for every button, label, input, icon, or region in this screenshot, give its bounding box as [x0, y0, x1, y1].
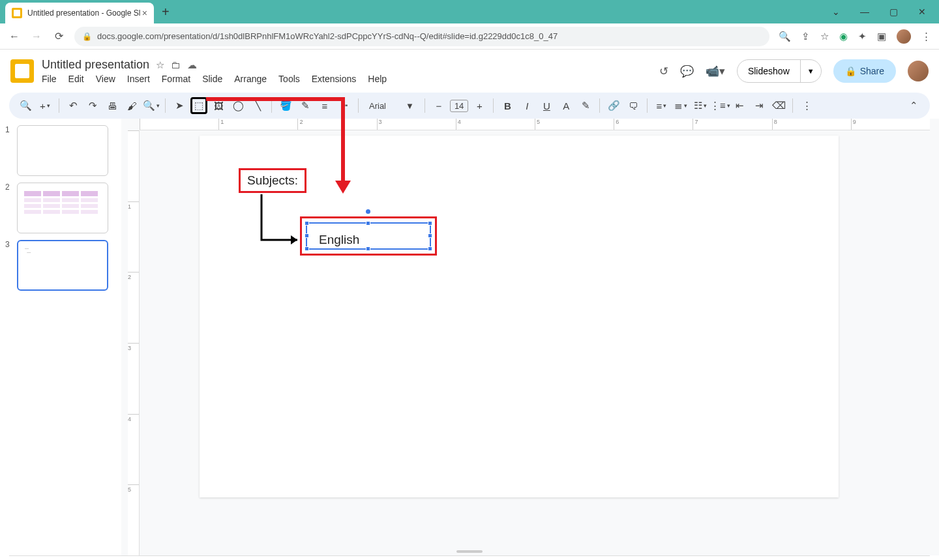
- menu-insert[interactable]: Insert: [127, 74, 150, 84]
- slideshow-dropdown-icon[interactable]: ▼: [801, 67, 821, 75]
- font-decrease-button[interactable]: −: [430, 97, 447, 114]
- meet-icon[interactable]: 📹▾: [706, 65, 725, 78]
- resize-handle-icon[interactable]: [428, 233, 432, 238]
- menu-slide[interactable]: Slide: [202, 74, 222, 84]
- app-header: Untitled presentation ☆ 🗀 ☁ File Edit Vi…: [0, 50, 939, 89]
- link-button[interactable]: 🔗: [605, 97, 622, 114]
- more-tools-icon[interactable]: ⋮: [798, 97, 815, 114]
- numbered-list-button[interactable]: ☷: [692, 97, 709, 114]
- comment-button[interactable]: 🗨: [625, 97, 642, 114]
- url-field[interactable]: 🔒 docs.google.com/presentation/d/1sh0dlB…: [74, 27, 769, 46]
- filmstrip-item[interactable]: 3 — —: [5, 240, 116, 291]
- text-color-button[interactable]: A: [558, 97, 574, 114]
- minimize-icon[interactable]: —: [858, 7, 871, 17]
- fill-color-icon[interactable]: 🪣: [277, 97, 294, 114]
- font-selector[interactable]: Arial ▼: [364, 101, 419, 111]
- menu-format[interactable]: Format: [162, 74, 190, 84]
- resize-handle-icon[interactable]: [366, 221, 370, 226]
- collapse-toolbar-icon[interactable]: ⌃: [905, 97, 922, 114]
- search-menus-icon[interactable]: 🔍: [17, 97, 34, 114]
- undo-button[interactable]: ↶: [65, 97, 82, 114]
- menu-extensions[interactable]: Extensions: [312, 74, 356, 84]
- increase-indent-button[interactable]: ⇥: [751, 97, 768, 114]
- kebab-menu-icon[interactable]: ⋮: [921, 31, 931, 42]
- close-window-icon[interactable]: ✕: [916, 7, 929, 17]
- sidepanel-icon[interactable]: ▣: [877, 31, 886, 42]
- new-slide-button[interactable]: +: [37, 97, 53, 114]
- zoom-icon[interactable]: 🔍: [779, 31, 791, 42]
- vertical-ruler[interactable]: 12345: [128, 130, 140, 555]
- menu-edit[interactable]: Edit: [68, 74, 84, 84]
- underline-button[interactable]: U: [538, 97, 555, 114]
- slideshow-label: Slideshow: [738, 60, 801, 82]
- resize-handle-icon[interactable]: [305, 246, 309, 251]
- menu-help[interactable]: Help: [368, 74, 387, 84]
- line-tool-icon[interactable]: ╲: [249, 97, 266, 114]
- menu-tools[interactable]: Tools: [278, 74, 300, 84]
- resize-handle-icon[interactable]: [428, 246, 432, 251]
- share-button[interactable]: 🔒 Share: [833, 59, 896, 83]
- menu-file[interactable]: File: [42, 74, 57, 84]
- extension-icon[interactable]: ◉: [839, 31, 848, 42]
- bulleted-list-button[interactable]: ⋮≡: [711, 97, 728, 114]
- italic-button[interactable]: I: [518, 97, 535, 114]
- menu-view[interactable]: View: [96, 74, 115, 84]
- border-dash-icon[interactable]: ┅: [336, 97, 353, 114]
- extensions-puzzle-icon[interactable]: ✦: [858, 31, 867, 42]
- font-increase-button[interactable]: +: [471, 97, 488, 114]
- notes-resize-handle-icon[interactable]: [456, 550, 483, 553]
- history-icon[interactable]: ↺: [659, 65, 668, 78]
- horizontal-ruler[interactable]: 123456789: [140, 119, 930, 130]
- document-title[interactable]: Untitled presentation: [42, 58, 149, 72]
- slideshow-button[interactable]: Slideshow ▼: [737, 59, 822, 83]
- slide-thumbnail-3[interactable]: — —: [17, 240, 108, 291]
- print-button[interactable]: 🖶: [104, 97, 121, 114]
- slide-canvas[interactable]: Subjects: English: [200, 136, 839, 497]
- resize-handle-icon[interactable]: [305, 233, 309, 238]
- resize-handle-icon[interactable]: [428, 221, 432, 226]
- border-color-icon[interactable]: ✎: [297, 97, 314, 114]
- textbox-tool-icon[interactable]: ⬚: [190, 97, 207, 114]
- star-icon[interactable]: ☆: [156, 59, 164, 71]
- resize-handle-icon[interactable]: [366, 246, 370, 251]
- subjects-textbox[interactable]: Subjects:: [239, 168, 306, 193]
- clear-formatting-button[interactable]: ⌫: [770, 97, 787, 114]
- bookmark-icon[interactable]: ☆: [820, 31, 829, 42]
- speaker-notes-input[interactable]: Click to add speaker notes: [9, 555, 930, 560]
- english-textbox-selected[interactable]: English: [306, 222, 431, 250]
- new-tab-button[interactable]: +: [162, 5, 170, 20]
- chevron-down-icon[interactable]: ⌄: [829, 7, 842, 17]
- slides-logo-icon[interactable]: [10, 59, 34, 83]
- slide-thumbnail-1[interactable]: [17, 125, 108, 176]
- decrease-indent-button[interactable]: ⇤: [731, 97, 748, 114]
- move-folder-icon[interactable]: 🗀: [171, 59, 181, 71]
- resize-handle-icon[interactable]: [305, 221, 309, 226]
- paint-format-button[interactable]: 🖌: [123, 97, 140, 114]
- tab-close-icon[interactable]: ×: [142, 8, 147, 18]
- account-avatar-icon[interactable]: [908, 61, 929, 81]
- align-button[interactable]: ≡: [653, 97, 670, 114]
- line-spacing-button[interactable]: ≣: [672, 97, 689, 114]
- border-weight-icon[interactable]: ≡: [316, 97, 333, 114]
- maximize-icon[interactable]: ▢: [887, 7, 900, 17]
- forward-button[interactable]: →: [30, 31, 43, 42]
- zoom-button[interactable]: 🔍: [143, 97, 160, 114]
- filmstrip-item[interactable]: 2: [5, 183, 116, 233]
- slide-thumbnail-2[interactable]: [17, 183, 108, 233]
- select-tool-icon[interactable]: ➤: [171, 97, 188, 114]
- profile-avatar-icon[interactable]: [897, 29, 911, 44]
- reload-button[interactable]: ⟳: [52, 30, 65, 42]
- rotate-handle-icon[interactable]: [366, 209, 370, 214]
- comments-icon[interactable]: 💬: [680, 65, 694, 78]
- browser-tab[interactable]: Untitled presentation - Google Sl ×: [5, 3, 154, 23]
- redo-button[interactable]: ↷: [84, 97, 101, 114]
- share-url-icon[interactable]: ⇪: [801, 31, 810, 42]
- menu-arrange[interactable]: Arrange: [234, 74, 267, 84]
- shape-tool-icon[interactable]: ◯: [230, 97, 246, 114]
- back-button[interactable]: ←: [8, 31, 21, 42]
- image-tool-icon[interactable]: 🖼: [210, 97, 227, 114]
- highlight-button[interactable]: ✎: [577, 97, 594, 114]
- bold-button[interactable]: B: [499, 97, 516, 114]
- font-size-input[interactable]: 14: [450, 100, 468, 112]
- filmstrip-item[interactable]: 1: [5, 125, 116, 176]
